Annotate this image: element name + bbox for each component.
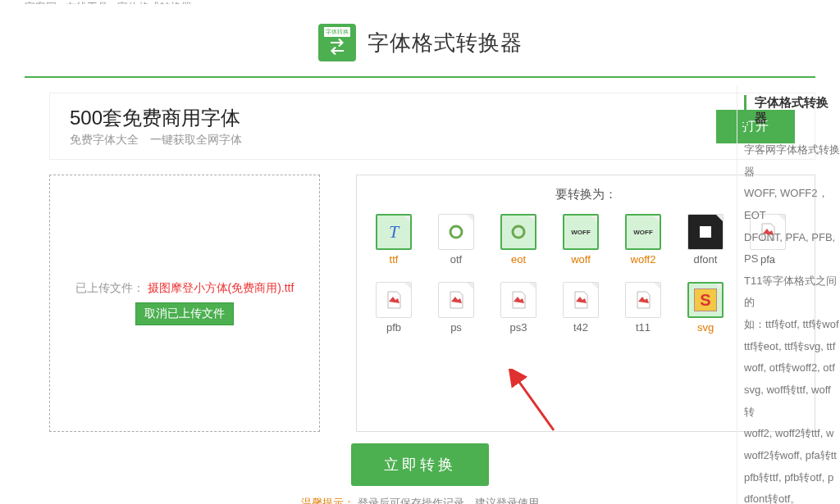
crumb-a[interactable]: 字客网 — [25, 1, 57, 4]
format-label: woff — [560, 253, 601, 266]
format-option-ps[interactable]: ps — [436, 282, 477, 334]
pfb-format-icon — [376, 282, 412, 318]
format-option-t11[interactable]: t11 — [623, 282, 664, 334]
format-option-ttf[interactable]: Tttf — [373, 214, 414, 266]
format-option-svg[interactable]: Ssvg — [685, 282, 726, 334]
ttf-format-icon: T — [376, 214, 412, 250]
format-label: t42 — [560, 321, 601, 334]
tip-label: 温馨提示： — [301, 497, 354, 504]
format-label: dfont — [685, 253, 726, 266]
svg-format-icon: S — [687, 282, 724, 318]
sidebar-heading: 字体格式转换器 — [744, 95, 840, 126]
uploaded-filename: 摄图摩登小方体(免费商用).ttf — [148, 281, 294, 294]
t11-format-icon — [625, 282, 661, 318]
cancel-upload-button[interactable]: 取消已上传文件 — [135, 302, 234, 325]
format-option-eot[interactable]: eot — [498, 214, 539, 266]
format-option-woff2[interactable]: WOFFwoff2 — [623, 214, 664, 266]
format-label: t11 — [623, 321, 664, 334]
t42-format-icon — [563, 282, 599, 318]
ps-format-icon — [438, 282, 474, 318]
format-label: pfb — [373, 321, 414, 334]
format-option-otf[interactable]: otf — [436, 214, 477, 266]
woff2-format-icon: WOFF — [625, 214, 661, 250]
sidebar-body: 字客网字体格式转换器WOFF, WOFF2，EOTDFONT, PFA, PFB… — [737, 139, 840, 504]
format-option-ps3[interactable]: ps3 — [498, 282, 539, 334]
convert-button[interactable]: 立即转换 — [351, 443, 489, 486]
sidebar: 字体格式转换器 字客网字体格式转换器WOFF, WOFF2，EOTDFONT, … — [737, 85, 840, 504]
ad-title: 500套免费商用字体 — [70, 105, 242, 131]
format-panel-title: 要转换为： — [373, 187, 798, 202]
format-label: ps — [436, 321, 477, 334]
svg-point-0 — [450, 226, 462, 238]
dfont-format-icon — [687, 214, 724, 250]
ps3-format-icon — [500, 282, 536, 318]
ad-subtitle: 免费字体大全 一键获取全网字体 — [70, 133, 242, 148]
otf-format-icon — [438, 214, 474, 250]
hero: 字体转换 字体格式转换器 — [25, 4, 815, 78]
woff-format-icon: WOFF — [563, 214, 599, 250]
format-label: ttf — [373, 253, 414, 266]
crumb-b[interactable]: 在线工具 — [66, 1, 108, 4]
upload-label: 已上传文件： — [75, 281, 144, 294]
format-option-woff[interactable]: WOFFwoff — [560, 214, 601, 266]
format-label: otf — [436, 253, 477, 266]
format-label: woff2 — [623, 253, 664, 266]
tip-row: 温馨提示： 登录后可保存操作记录，建议登录使用 — [0, 496, 840, 504]
page-title: 字体格式转换器 — [368, 29, 523, 57]
crumb-c: 字体格式转换器 — [117, 1, 192, 4]
format-label: eot — [498, 253, 539, 266]
format-option-pfb[interactable]: pfb — [373, 282, 414, 334]
format-option-t42[interactable]: t42 — [560, 282, 601, 334]
eot-format-icon — [500, 214, 536, 250]
svg-point-1 — [513, 226, 524, 238]
format-label: ps3 — [498, 321, 539, 334]
format-label: svg — [685, 321, 726, 334]
ad-banner: 500套免费商用字体 免费字体大全 一键获取全网字体 打开 — [49, 93, 815, 160]
format-option-dfont[interactable]: dfont — [685, 214, 726, 266]
app-logo-icon: 字体转换 — [318, 24, 356, 61]
tip-text: 登录后可保存操作记录，建议登录使用 — [358, 497, 539, 504]
svg-rect-2 — [700, 226, 711, 238]
upload-dropzone[interactable]: 已上传文件： 摄图摩登小方体(免费商用).ttf 取消已上传文件 — [49, 175, 320, 432]
